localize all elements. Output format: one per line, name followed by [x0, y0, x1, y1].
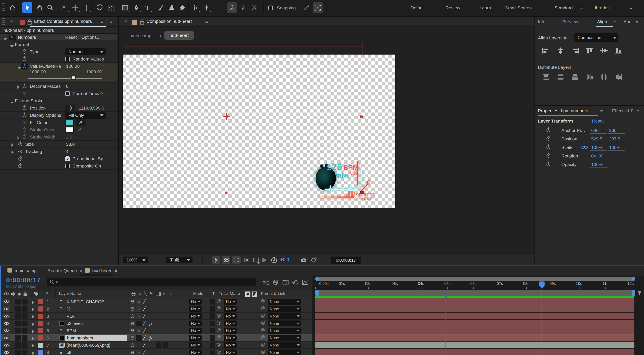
layer-bar-1[interactable] [316, 298, 634, 305]
composite-checkbox[interactable] [65, 164, 70, 168]
distribute-left-button[interactable] [584, 73, 595, 81]
panel-menu-icon[interactable]: ≡ [114, 268, 117, 273]
stopwatch-icon[interactable] [22, 121, 26, 124]
layer-name[interactable]: % [67, 305, 70, 313]
toolbar-grip-handle[interactable] [2, 4, 5, 12]
value-slider-track[interactable] [28, 78, 102, 79]
layer-handle-bl[interactable] [225, 192, 228, 194]
snap-bounds-button[interactable] [313, 2, 323, 13]
blend-mode-dropdown[interactable]: No [189, 313, 202, 319]
layer-name-column-header[interactable]: Layer Name [59, 291, 81, 296]
exposure-value[interactable]: +0.0 [280, 257, 289, 262]
expand-arrow-icon[interactable] [32, 315, 34, 320]
3d-column-icon[interactable]: ◑ [169, 292, 172, 296]
layer-row-5[interactable]: 5 T BPM ☼ ╱ No @ No @ None [1, 327, 312, 334]
label-chip[interactable] [38, 299, 43, 304]
brush-tool[interactable] [156, 2, 166, 13]
distribute-bottom-button[interactable] [570, 73, 580, 81]
shy-toggle[interactable] [130, 313, 135, 319]
mode-column-header[interactable]: Mode [193, 291, 204, 296]
layer-search-input[interactable] [47, 278, 256, 286]
layer-row-1[interactable]: 1 T KINETIC CHARGE ☼ ╱ No @ No @ None [1, 298, 312, 305]
tracking-hot-text[interactable]: 4 [66, 148, 68, 155]
matte-pickwhip-icon[interactable]: @ [216, 327, 221, 332]
work-area-start-handle[interactable] [316, 290, 319, 296]
label-chip[interactable] [38, 314, 43, 319]
decimal-hot-text[interactable]: 0 [66, 83, 68, 90]
stopwatch-icon[interactable] [18, 157, 22, 161]
blend-mode-dropdown[interactable]: No [189, 342, 202, 348]
quality-toggle[interactable]: ╱ [143, 341, 146, 349]
show-snapshot-button[interactable] [310, 256, 318, 264]
align-top-button[interactable] [584, 47, 595, 55]
eye-column-icon[interactable] [4, 292, 9, 296]
tab-main-comp[interactable]: main comp [8, 266, 37, 275]
workspace-review[interactable]: Review [446, 0, 460, 16]
exposure-button[interactable] [271, 257, 277, 263]
orbit-tool[interactable] [59, 2, 70, 13]
layer-bar-2[interactable] [316, 305, 634, 312]
align-bottom-button[interactable] [613, 47, 624, 55]
layer-row-6-selected[interactable]: 6 bpm numbers ╱ fx No @ No @ None [1, 334, 312, 341]
parent-dropdown[interactable]: None [268, 349, 301, 355]
distribute-center-v-button[interactable] [555, 73, 566, 81]
tab-render-queue[interactable]: Render Queue [48, 266, 77, 275]
eye-toggle[interactable] [3, 335, 10, 341]
expand-arrow-icon[interactable] [32, 322, 34, 327]
collapse-toggle[interactable]: ☼ [136, 328, 142, 333]
panel-menu-icon[interactable]: ≡ [600, 108, 603, 114]
parent-pickwhip-icon[interactable]: @ [261, 298, 265, 303]
snap-angle-button[interactable] [302, 2, 312, 13]
guides-button[interactable] [252, 256, 260, 264]
parent-dropdown[interactable]: None [268, 306, 301, 312]
stopwatch-icon[interactable] [18, 164, 22, 168]
shy-toggle[interactable] [130, 306, 135, 312]
frame-blending-button[interactable] [282, 279, 290, 286]
roto-brush-tool[interactable] [190, 2, 200, 13]
hand-tool[interactable] [34, 2, 45, 13]
fast-preview-button[interactable] [212, 256, 220, 264]
eye-toggle[interactable] [3, 313, 10, 319]
parent-dropdown[interactable]: None [268, 342, 301, 348]
lock-column-icon[interactable] [23, 291, 28, 296]
time-ruler[interactable] [312, 281, 644, 290]
label-chip[interactable] [38, 328, 43, 333]
workspace-learn[interactable]: Learn [480, 0, 491, 16]
track-matte-dropdown[interactable]: No [224, 313, 236, 319]
pen-tool[interactable] [131, 2, 142, 13]
puppet-pin-tool[interactable] [202, 2, 212, 13]
blend-mode-dropdown[interactable]: No [189, 335, 202, 341]
motion-blur-button[interactable] [292, 279, 299, 286]
shy-toggle[interactable] [130, 350, 135, 355]
breadcrumb-parent[interactable]: main comp [130, 33, 152, 38]
collapse-toggle[interactable]: ☼ [136, 299, 142, 304]
layer-name[interactable]: o2 levels [67, 320, 84, 327]
navigator-start-handle[interactable] [316, 277, 319, 281]
stopwatch-icon[interactable] [546, 128, 550, 132]
panel-overflow-icon[interactable]: » [110, 19, 112, 24]
workspace-libraries[interactable]: Libraries [592, 0, 610, 16]
matte-pickwhip-icon[interactable]: @ [216, 298, 221, 303]
label-chip[interactable] [38, 350, 43, 355]
blend-mode-dropdown[interactable]: No [189, 328, 202, 334]
track-matte-dropdown[interactable]: No [224, 335, 236, 341]
matte-pickwhip-icon[interactable]: @ [216, 320, 221, 325]
layer-bar-3[interactable] [316, 313, 634, 319]
expand-arrow-icon[interactable] [32, 329, 34, 334]
search-options-caret[interactable] [56, 281, 58, 283]
position-target-button[interactable] [65, 105, 76, 111]
expand-arrow-icon[interactable] [32, 344, 34, 348]
stopwatch-icon[interactable] [22, 50, 26, 54]
resolution-dropdown[interactable]: (Full) [166, 256, 192, 263]
parent-pickwhip-icon[interactable]: @ [261, 349, 265, 354]
alpha-matte-icon[interactable] [245, 291, 251, 297]
dolly-tool[interactable] [81, 2, 92, 13]
align-center-h-button[interactable] [555, 47, 566, 55]
value-hot-text[interactable]: 126.00 [66, 63, 80, 70]
quality-toggle[interactable]: ╱ [143, 320, 146, 327]
snapping-checkbox[interactable] [268, 6, 273, 10]
parent-dropdown[interactable]: None [268, 328, 301, 334]
layer-anchor-marker[interactable] [224, 115, 228, 119]
layer-row-2[interactable]: 2 T % ☼ ╱ No @ No @ None [1, 305, 312, 313]
axis-local-button[interactable] [227, 2, 237, 13]
